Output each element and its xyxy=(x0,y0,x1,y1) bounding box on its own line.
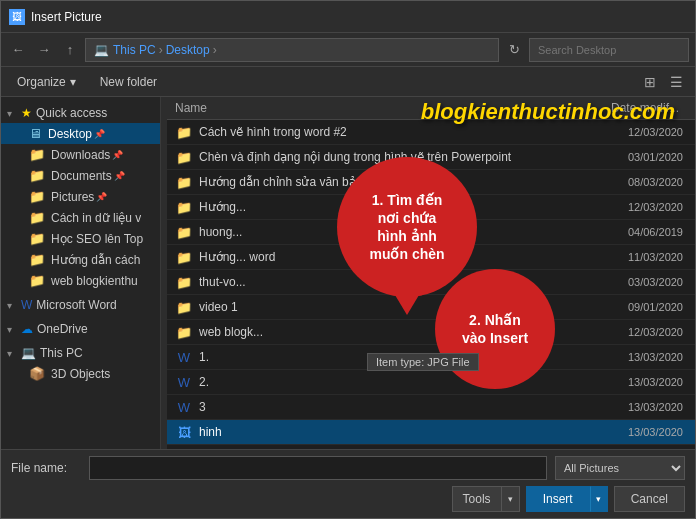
folder-icon: 📁 xyxy=(175,248,193,266)
sidebar-item-desktop-label: Desktop xyxy=(48,127,92,141)
organize-label: Organize xyxy=(17,75,66,89)
file-date: 08/03/2020 xyxy=(577,176,687,188)
sidebar-item-desktop[interactable]: 🖥 Desktop 📌 xyxy=(1,123,160,144)
file-row[interactable]: 📁 huong... 04/06/2019 xyxy=(167,220,695,245)
word-icon: W xyxy=(175,348,193,366)
sidebar-item-downloads-label: Downloads xyxy=(51,148,110,162)
file-name: 3 xyxy=(199,400,577,414)
sidebar-item-hoc[interactable]: 📁 Học SEO lên Top xyxy=(1,228,160,249)
file-row[interactable]: W 2. 13/03/2020 xyxy=(167,370,695,395)
view-details-button[interactable]: ☰ xyxy=(665,71,687,93)
file-date: 03/03/2020 xyxy=(577,276,687,288)
filetype-select[interactable]: All Pictures JPEG Files PNG Files xyxy=(555,456,685,480)
folder-icon: 📁 xyxy=(175,198,193,216)
insert-picture-dialog: 🖼 Insert Picture ← → ↑ 💻 This PC › Deskt… xyxy=(0,0,696,519)
forward-button[interactable]: → xyxy=(33,39,55,61)
insert-button[interactable]: Insert xyxy=(526,486,590,512)
file-list-header: Name Date modif... xyxy=(167,97,695,120)
quick-access-chevron: ▾ xyxy=(7,108,19,119)
word-icon: W xyxy=(21,298,32,312)
file-row[interactable]: 📁 web blogk... 12/03/2020 xyxy=(167,320,695,345)
path-icon: 💻 xyxy=(94,43,109,57)
view-grid-button[interactable]: ⊞ xyxy=(639,71,661,93)
sidebar-item-pictures[interactable]: 📁 Pictures 📌 xyxy=(1,186,160,207)
file-date: 12/03/2020 xyxy=(577,201,687,213)
desktop-icon: 🖥 xyxy=(29,126,42,141)
quick-access-label: Quick access xyxy=(36,106,107,120)
file-date: 09/01/2020 xyxy=(577,301,687,313)
file-date: 03/01/2020 xyxy=(577,151,687,163)
this-pc-label: This PC xyxy=(40,346,83,360)
sidebar-item-huong[interactable]: 📁 Hướng dẫn cách xyxy=(1,249,160,270)
file-row[interactable]: W 3 13/03/2020 xyxy=(167,395,695,420)
path-segment-thispc: This PC xyxy=(113,43,156,57)
tools-button[interactable]: Tools xyxy=(452,486,502,512)
file-row[interactable]: 📁 thut-vo... 03/03/2020 xyxy=(167,270,695,295)
sidebar-item-hoc-label: Học SEO lên Top xyxy=(51,232,143,246)
quick-access-section: ▾ ★ Quick access 🖥 Desktop 📌 📁 Downloads… xyxy=(1,101,160,293)
documents-folder-icon: 📁 xyxy=(29,168,45,183)
button-row: Tools ▾ Insert ▾ Cancel xyxy=(11,486,685,512)
onedrive-icon: ☁ xyxy=(21,322,33,336)
huong-folder-icon: 📁 xyxy=(29,252,45,267)
file-name: 2. xyxy=(199,375,577,389)
file-row[interactable]: 📁 Hướng dẫn chỉnh sửa văn bản 08/03/2020 xyxy=(167,170,695,195)
file-name: thut-vo... xyxy=(199,275,577,289)
file-row[interactable]: 📁 video 1 09/01/2020 xyxy=(167,295,695,320)
ms-word-section: ▾ W Microsoft Word xyxy=(1,293,160,317)
filename-input[interactable] xyxy=(89,456,547,480)
search-input[interactable] xyxy=(529,38,689,62)
refresh-button[interactable]: ↻ xyxy=(503,39,525,61)
filename-label: File name: xyxy=(11,461,81,475)
file-row[interactable]: 📁 Chèn và định dạng nội dung trong hình … xyxy=(167,145,695,170)
file-list: Name Date modif... 📁 Cách vẽ hình trong … xyxy=(167,97,695,449)
pictures-pin-icon: 📌 xyxy=(96,192,107,202)
ms-word-label: Microsoft Word xyxy=(36,298,116,312)
file-name: Hướng... xyxy=(199,200,577,214)
sidebar-item-documents-label: Documents xyxy=(51,169,112,183)
folder-icon: 📁 xyxy=(175,123,193,141)
file-row[interactable]: 📁 Cách vẽ hình trong word #2 12/03/2020 xyxy=(167,120,695,145)
onedrive-chevron: ▾ xyxy=(7,324,19,335)
cancel-button[interactable]: Cancel xyxy=(614,486,685,512)
up-button[interactable]: ↑ xyxy=(59,39,81,61)
ms-word-chevron: ▾ xyxy=(7,300,19,311)
folder-icon: 📁 xyxy=(175,298,193,316)
ms-word-header[interactable]: ▾ W Microsoft Word xyxy=(1,295,160,315)
file-name: Hướng... word xyxy=(199,250,577,264)
tools-dropdown-arrow: ▾ xyxy=(508,494,513,504)
sidebar-item-3dobjects[interactable]: 📦 3D Objects xyxy=(1,363,160,384)
sidebar-item-cach[interactable]: 📁 Cách in dữ liệu v xyxy=(1,207,160,228)
sidebar-item-web[interactable]: 📁 web blogkienthu xyxy=(1,270,160,291)
web-folder-icon: 📁 xyxy=(29,273,45,288)
onedrive-label: OneDrive xyxy=(37,322,88,336)
file-row[interactable]: 📁 Hướng... 12/03/2020 xyxy=(167,195,695,220)
dialog-icon: 🖼 xyxy=(9,9,25,25)
onedrive-header[interactable]: ▾ ☁ OneDrive xyxy=(1,319,160,339)
insert-dropdown-button[interactable]: ▾ xyxy=(590,486,608,512)
quick-access-header[interactable]: ▾ ★ Quick access xyxy=(1,103,160,123)
insert-group: Insert ▾ xyxy=(526,486,608,512)
file-name: Chèn và định dạng nội dung trong hình vẽ… xyxy=(199,150,577,164)
file-row[interactable]: 📁 Hướng... word 11/03/2020 xyxy=(167,245,695,270)
col-date-header: Date modif... xyxy=(577,101,687,115)
bottom-area: File name: All Pictures JPEG Files PNG F… xyxy=(1,449,695,518)
toolbar-right: ⊞ ☰ xyxy=(639,71,687,93)
this-pc-header[interactable]: ▾ 💻 This PC xyxy=(1,343,160,363)
file-name: Hướng dẫn chỉnh sửa văn bản xyxy=(199,175,577,189)
tools-dropdown-button[interactable]: ▾ xyxy=(502,486,520,512)
new-folder-button[interactable]: New folder xyxy=(92,73,165,91)
sidebar-item-documents[interactable]: 📁 Documents 📌 xyxy=(1,165,160,186)
back-button[interactable]: ← xyxy=(7,39,29,61)
sidebar-item-cach-label: Cách in dữ liệu v xyxy=(51,211,141,225)
file-date: 13/03/2020 xyxy=(577,401,687,413)
sidebar-item-3dobjects-label: 3D Objects xyxy=(51,367,110,381)
file-row[interactable]: 🖼 hinh 13/03/2020 xyxy=(167,420,695,445)
organize-button[interactable]: Organize ▾ xyxy=(9,73,84,91)
downloads-pin-icon: 📌 xyxy=(112,150,123,160)
file-row[interactable]: W key 10/01/2020 xyxy=(167,445,695,449)
address-path[interactable]: 💻 This PC › Desktop › xyxy=(85,38,499,62)
folder-icon: 📁 xyxy=(175,323,193,341)
sidebar-item-downloads[interactable]: 📁 Downloads 📌 xyxy=(1,144,160,165)
word-icon: W xyxy=(175,398,193,416)
